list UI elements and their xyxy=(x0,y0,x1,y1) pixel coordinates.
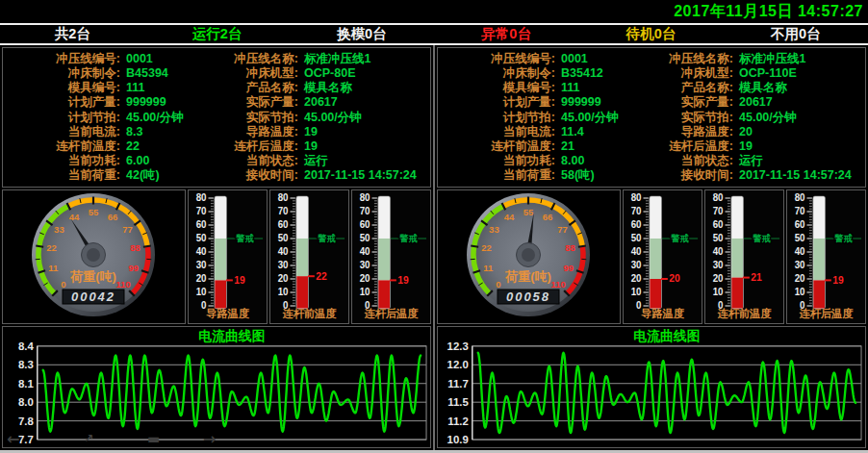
info-label: 当前电流: xyxy=(5,125,120,139)
thermo-value-label: 19 xyxy=(234,275,245,286)
thermometer: 80706050403020100警戒19导路温度 xyxy=(189,190,267,321)
info-value: 19 xyxy=(298,139,429,154)
thermo-scale-label: 40 xyxy=(196,246,207,257)
info-value: 20617 xyxy=(298,95,429,110)
info-label: 冲床机型: xyxy=(654,66,733,81)
info-value: 标准冲压线1 xyxy=(298,52,429,66)
datetime-display: 2017年11月15日 14:57:27 xyxy=(674,2,863,22)
marker-block-icon[interactable]: ▬ xyxy=(147,432,160,446)
info-value: 999999 xyxy=(120,95,219,110)
thermo-scale-label: 80 xyxy=(631,192,642,203)
main-area: 冲压线编号:0001冲压线名称:标准冲压线1冲床制令:B45394冲床机型:OC… xyxy=(0,45,868,450)
thermo-scale-label: 10 xyxy=(360,287,370,297)
chart-title: 电流曲线图 xyxy=(198,328,265,343)
thermo-warn-label: 警戒 xyxy=(235,233,254,243)
thermometer-title: 连杆前温度 xyxy=(717,307,772,319)
info-label: 实际节拍: xyxy=(219,111,298,125)
gauge-tick-label: 66 xyxy=(108,212,118,222)
thermo-scale-label: 40 xyxy=(795,246,805,257)
thermo-scale-label: 70 xyxy=(196,206,207,216)
info-value: B45394 xyxy=(120,66,219,81)
thermo-ticks xyxy=(806,198,811,306)
thermo-scale-label: 50 xyxy=(795,233,805,243)
thermo-value-fill xyxy=(378,280,390,308)
y-axis-label: 8.1 xyxy=(18,378,35,390)
gauges-row: 0112233445566778899110荷重(吨)0004280706050… xyxy=(2,189,431,324)
current-chart-box: 电流曲线图8.48.38.18.07.87.7←↗▬→ xyxy=(2,326,431,448)
thermometer-box: 80706050403020100警戒20导路温度 xyxy=(623,189,702,324)
thermo-safe-fill xyxy=(378,239,390,280)
thermo-safe-fill xyxy=(215,239,226,280)
thermo-scale-label: 80 xyxy=(360,192,370,203)
info-value: 45.00/分钟 xyxy=(298,111,429,125)
info-value: 运行 xyxy=(298,154,429,168)
y-axis-label: 8.3 xyxy=(18,359,34,370)
load-gauge-box: 0112233445566778899110荷重(吨)00042 xyxy=(2,189,186,324)
info-label: 产品名称: xyxy=(219,81,298,95)
thermometer: 80706050403020100警戒21连杆前温度 xyxy=(705,190,783,321)
info-value: 2017-11-15 14:57:24 xyxy=(298,168,429,183)
thermo-ticks xyxy=(643,198,648,306)
load-gauge-box: 0112233445566778899110荷重(吨)00058 xyxy=(437,189,621,324)
info-value: 2017-11-15 14:57:24 xyxy=(733,168,864,183)
thermo-value-label: 19 xyxy=(397,275,409,286)
thermo-safe-fill xyxy=(296,239,308,276)
info-label: 连杆后温度: xyxy=(654,139,733,154)
thermo-value-fill xyxy=(731,278,743,309)
thermometer-box: 80706050403020100警戒19导路温度 xyxy=(188,189,268,324)
info-label: 模具编号: xyxy=(440,81,555,95)
info-label: 计划节拍: xyxy=(5,111,120,125)
thermometer-title: 连杆后温度 xyxy=(799,307,854,319)
info-label: 当前荷重: xyxy=(440,168,555,183)
thermometer: 80706050403020100警戒20导路温度 xyxy=(624,190,702,321)
gauge-tick-label: 110 xyxy=(115,279,130,289)
info-value: 20617 xyxy=(733,95,864,110)
current-curve-chart: 电流曲线图12.312.011.711.511.210.9 xyxy=(438,327,865,447)
scroll-left-icon[interactable]: ← xyxy=(7,432,19,446)
gauge-odometer: 00042 xyxy=(71,289,115,304)
status-item-4: 待机0台 xyxy=(578,25,723,43)
thermo-safe-fill xyxy=(650,239,661,279)
scroll-right-icon[interactable]: → xyxy=(203,432,216,446)
info-label: 导路温度: xyxy=(219,125,298,139)
info-value: 58(吨) xyxy=(555,168,654,183)
y-axis-label: 7.7 xyxy=(18,434,34,445)
thermo-scale-label: 30 xyxy=(360,260,370,270)
info-label: 接收时间: xyxy=(219,168,298,183)
status-item-0: 共2台 xyxy=(0,25,144,43)
info-label: 冲床机型: xyxy=(219,66,298,81)
zoom-corner-icon[interactable]: ↗ xyxy=(84,432,93,446)
info-label: 冲床制令: xyxy=(5,66,120,81)
y-axis-label: 10.9 xyxy=(447,434,469,445)
thermometer: 80706050403020100警戒19连杆后温度 xyxy=(787,190,865,321)
info-label: 接收时间: xyxy=(654,168,733,183)
gauge-title: 荷重(吨) xyxy=(504,269,551,284)
thermo-scale-label: 30 xyxy=(196,260,207,270)
thermo-warn-label: 警戒 xyxy=(833,233,853,243)
y-axis-label: 12.0 xyxy=(447,359,469,370)
y-axis-label: 7.8 xyxy=(18,415,34,427)
chart-title: 电流曲线图 xyxy=(633,328,700,343)
info-label: 产品名称: xyxy=(654,81,733,95)
gauge-tick-label: 88 xyxy=(565,242,575,253)
gauge-hub-center xyxy=(522,248,535,262)
info-value: 0001 xyxy=(555,52,654,66)
info-value: 19 xyxy=(733,139,864,154)
info-value: 标准冲压线1 xyxy=(733,52,864,66)
thermo-scale-label: 20 xyxy=(278,273,289,284)
press-line-panel-2: 冲压线编号:0001冲压线名称:标准冲压线1冲床制令:B35412冲床机型:OC… xyxy=(434,45,868,450)
thermo-scale-label: 20 xyxy=(795,273,805,284)
thermo-scale-label: 70 xyxy=(631,206,642,216)
gauge-tick-label: 99 xyxy=(129,263,140,273)
status-item-2: 换模0台 xyxy=(290,25,434,43)
info-value: 21 xyxy=(555,139,654,154)
gauge-tick-label: 110 xyxy=(550,279,565,289)
thermometer-box: 80706050403020100警戒19连杆后温度 xyxy=(351,189,431,324)
thermo-scale-label: 60 xyxy=(713,219,724,230)
thermo-scale-label: 60 xyxy=(795,219,805,230)
title-bar: 2017年11月15日 14:57:27 xyxy=(0,0,868,23)
thermo-scale-label: 70 xyxy=(795,206,805,216)
thermometer: 80706050403020100警戒19连杆后温度 xyxy=(352,190,430,321)
thermo-warn-label: 警戒 xyxy=(398,233,418,243)
thermo-scale-label: 40 xyxy=(631,246,642,257)
